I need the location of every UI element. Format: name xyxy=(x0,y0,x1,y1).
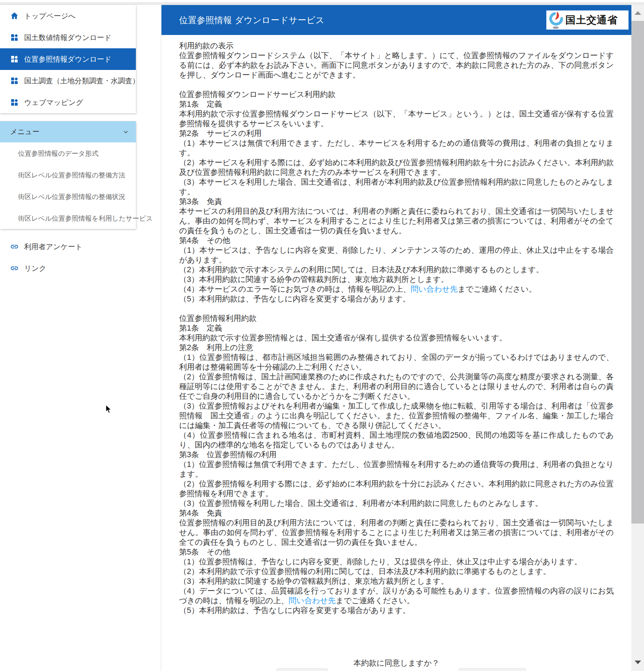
sidebar-menu-item[interactable]: 街区レベル位置参照情報の整備状況 xyxy=(0,186,136,207)
sidebar-item[interactable]: 位置参照情報ダウンロード xyxy=(0,48,136,70)
link-icon xyxy=(10,242,19,251)
terms-line: （3）本利用約款に関連する紛争の管轄裁判所は、東京地方裁判所とします。 xyxy=(179,275,614,284)
terms-line: 第4条 免責 xyxy=(179,508,614,518)
terms-line xyxy=(179,80,614,90)
terms-line: （2）本サービスを利用する際には、必ず始めに本利用約款及び位置参照情報利用約款を… xyxy=(179,158,614,177)
sidebar-menu-card: メニュー 位置参照情報のデータ形式街区レベル位置参照情報の整備方法街区レベル位置… xyxy=(0,121,136,229)
mlit-logo-icon xyxy=(548,11,564,29)
terms-line: （1）位置参照情報は無償で利用できます。ただし、位置参照情報を利用するための通信… xyxy=(179,460,614,479)
scroll-up-arrow-icon xyxy=(635,11,641,15)
contact-link[interactable]: 問い合わせ先 xyxy=(411,285,458,293)
sidebar-item-label: ウェブマッピング xyxy=(24,98,83,107)
scrollbar-thumb[interactable] xyxy=(631,21,644,524)
terms-line: 本利用約款で示す位置参照情報とは、国土交通省が保有し提供する位置参照情報をいいま… xyxy=(179,333,614,343)
chevron-down-icon xyxy=(122,128,129,136)
terms-line: （2）本利用約款で示す位置参照情報の利用に関しては、日本法及び本利用約款に準拠す… xyxy=(179,567,614,577)
sidebar-item[interactable]: ウェブマッピング xyxy=(0,92,136,113)
terms-line: （2）位置参照情報は、国土計画関連業務のために作成されたものですので、公共測量等… xyxy=(179,372,614,401)
agree-button[interactable] xyxy=(276,668,328,671)
terms-line: 位置参照情報の利用目的及び利用方法については、利用者の判断と責任に委ねられており… xyxy=(179,518,614,547)
page-title: 位置参照情報 ダウンロードサービス xyxy=(179,14,325,26)
terms-line: 本利用約款で示す位置参照情報ダウンロードサービス（以下、「本サービス」という。）… xyxy=(179,109,614,129)
agree-question: 本約款に同意しますか？ xyxy=(161,658,631,668)
content-header: 位置参照情報 ダウンロードサービス 国土交通省 xyxy=(161,5,631,35)
terms-line: 位置参照情報ダウンロードシステム（以下、「本サイト」と略します。）にて、位置参照… xyxy=(179,51,614,80)
terms-line: 第5条 その他 xyxy=(179,547,614,557)
sidebar-item[interactable]: 国土調査（土地分類調査・水調査） xyxy=(0,70,136,92)
sidebar-menu-item[interactable]: 街区レベル位置参照情報の整備方法 xyxy=(0,164,136,186)
terms-line: 第2条 サービスの利用 xyxy=(179,129,614,138)
home-icon xyxy=(10,12,19,20)
terms-text: 利用約款の表示位置参照情報ダウンロードシステム（以下、「本サイト」と略します。）… xyxy=(161,35,631,615)
sidebar-item-label: 国土調査（土地分類調査・水調査） xyxy=(24,76,139,86)
terms-line: （5）本利用約款は、予告なしに内容を変更する場合があります。 xyxy=(179,294,614,304)
terms-line: 第4条 その他 xyxy=(179,236,614,246)
sidebar-item[interactable]: リンク xyxy=(0,257,136,279)
terms-line: 位置参照情報ダウンロードサービス利用約款 xyxy=(179,90,614,100)
terms-line: （1）位置参照情報は、都市計画区域担当範囲のみ整備されており、全国のデータが揃っ… xyxy=(179,353,614,372)
scroll-down-button[interactable] xyxy=(631,654,644,670)
mlit-logo: 国土交通省 xyxy=(546,10,629,30)
sidebar: トップページへ国土数値情報ダウンロード位置参照情報ダウンロード国土調査（土地分類… xyxy=(0,5,136,279)
grid-icon xyxy=(10,76,19,85)
sidebar-menu-item[interactable]: 街区レベル位置参照情報を利用したサービス xyxy=(0,207,136,229)
terms-line: （3）位置参照情報およびそれを利用者が編集・加工して作成した成果物を他に転載、引… xyxy=(179,401,614,431)
terms-segment: （4）本サービスのエラー等にお気づきの時は、情報を明記の上、 xyxy=(179,285,411,293)
contact-link[interactable]: 問い合わせ先 xyxy=(289,596,336,605)
terms-line: 第3条 位置参照情報の利用 xyxy=(179,450,614,460)
terms-line: （5）本利用約款は、予告なしに内容を変更する場合があります。 xyxy=(179,606,614,615)
top-strip xyxy=(0,2,644,5)
terms-line: 第1条 定義 xyxy=(179,100,614,109)
terms-line: 利用約款の表示 xyxy=(179,41,614,51)
terms-line: （4）位置参照情報に含まれる地名は、市町村資料、国土地理院の数値地図2500、民… xyxy=(179,431,614,450)
scroll-down-arrow-icon xyxy=(635,661,641,664)
terms-line: 第1条 定義 xyxy=(179,323,614,333)
terms-line: （4）データについては、品質確認を行っておりますが、誤りがある可能性もあります。… xyxy=(179,586,614,606)
terms-line: 本サービスの利用目的及び利用方法については、利用者の判断と責任に委ねられており、… xyxy=(179,207,614,236)
terms-line: （1）本サービスは無償で利用できます。ただし、本サービスを利用するための通信費等… xyxy=(179,138,614,158)
link-icon xyxy=(10,264,19,273)
terms-line: 第3条 免責 xyxy=(179,197,614,207)
sidebar-item-label: トップページへ xyxy=(24,11,76,21)
terms-line: 位置参照情報利用約款 xyxy=(179,314,614,323)
sidebar-item-label: 利用者アンケート xyxy=(24,242,83,252)
terms-line: （2）位置参照情報を利用する際には、必ず始めに本利用約款を十分にお読みください。… xyxy=(179,479,614,499)
sidebar-top-nav: トップページへ国土数値情報ダウンロード位置参照情報ダウンロード国土調査（土地分類… xyxy=(0,5,136,113)
terms-line: （3）位置参照情報を利用した場合、国土交通省は、利用者が本利用約款に同意したもの… xyxy=(179,499,614,508)
mlit-logo-text: 国土交通省 xyxy=(565,13,618,27)
terms-line: （1）位置参照情報は、予告なしに内容を変更、削除したり、又は提供を停止、休止又は… xyxy=(179,557,614,567)
terms-line: 第2条 利用上の注意 xyxy=(179,343,614,353)
terms-line xyxy=(179,304,614,314)
grid-icon xyxy=(10,33,19,42)
sidebar-item-label: 国土数値情報ダウンロード xyxy=(24,33,111,43)
sidebar-item-label: 位置参照情報ダウンロード xyxy=(24,54,111,64)
disagree-button[interactable] xyxy=(458,668,526,671)
terms-line: （2）本利用約款で示す本システムの利用に関しては、日本法及び本利用約款に準拠する… xyxy=(179,265,614,275)
sidebar-bottom-nav: 利用者アンケートリンク xyxy=(0,236,136,279)
sidebar-menu-items: 位置参照情報のデータ形式街区レベル位置参照情報の整備方法街区レベル位置参照情報の… xyxy=(0,142,136,229)
sidebar-item[interactable]: トップページへ xyxy=(0,5,136,27)
scroll-up-button[interactable] xyxy=(631,5,644,21)
terms-line: （3）本利用約款に関連する紛争の管轄裁判所は、東京地方裁判所とします。 xyxy=(179,577,614,586)
sidebar-item-label: リンク xyxy=(24,264,46,273)
terms-segment: までご連絡ください。 xyxy=(458,285,537,293)
grid-icon xyxy=(10,55,19,63)
terms-line: （1）本サービスは、予告なしに内容を変更、削除したり、メンテナンス等のため、運用… xyxy=(179,246,614,265)
grid-icon xyxy=(10,98,19,107)
content-card: 位置参照情報 ダウンロードサービス 国土交通省 利用約款の表示位置参照情報ダウン… xyxy=(161,5,631,671)
sidebar-item[interactable]: 利用者アンケート xyxy=(0,236,136,257)
page-root: トップページへ国土数値情報ダウンロード位置参照情報ダウンロード国土調査（土地分類… xyxy=(0,0,644,671)
terms-line: （4）本サービスのエラー等にお気づきの時は、情報を明記の上、問い合わせ先までご連… xyxy=(179,284,614,294)
terms-segment: までご連絡ください。 xyxy=(336,596,415,605)
sidebar-menu-label: メニュー xyxy=(10,127,39,137)
mouse-cursor xyxy=(106,405,113,414)
sidebar-menu-item[interactable]: 位置参照情報のデータ形式 xyxy=(0,142,136,164)
sidebar-item[interactable]: 国土数値情報ダウンロード xyxy=(0,27,136,48)
sidebar-menu-header[interactable]: メニュー xyxy=(0,121,136,142)
scrollbar[interactable] xyxy=(631,5,644,671)
terms-line: （3）本サービスを利用した場合、国土交通省は、利用者が本利用約款及び位置参照情報… xyxy=(179,177,614,197)
